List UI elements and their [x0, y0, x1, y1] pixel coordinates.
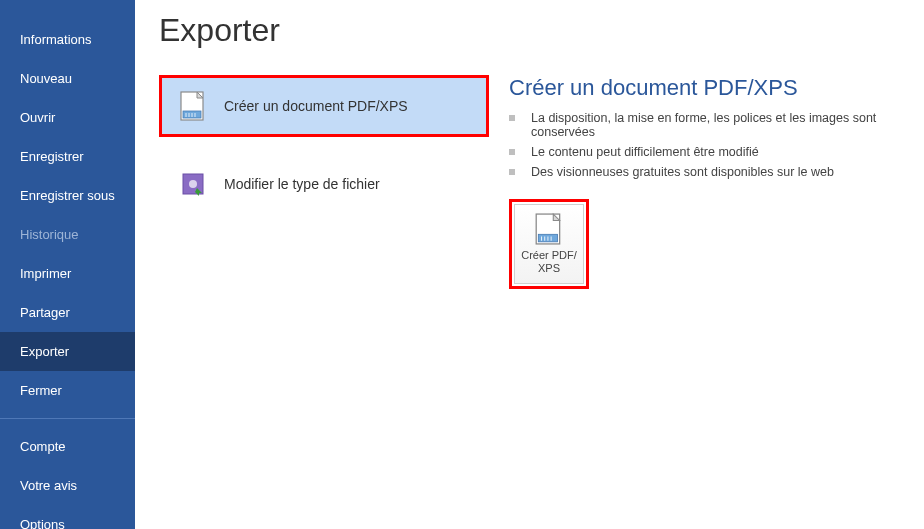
- sidebar-item-compte[interactable]: Compte: [0, 427, 135, 466]
- export-option-label: Créer un document PDF/XPS: [224, 98, 408, 114]
- export-option-change-file-type[interactable]: Modifier le type de fichier: [159, 153, 489, 215]
- create-pdf-xps-button-label: Créer PDF/ XPS: [521, 249, 577, 275]
- sidebar-item-informations[interactable]: Informations: [0, 20, 135, 59]
- sidebar-item-enregistrer[interactable]: Enregistrer: [0, 137, 135, 176]
- sidebar-item-partager[interactable]: Partager: [0, 293, 135, 332]
- sidebar-item-nouveau[interactable]: Nouveau: [0, 59, 135, 98]
- svg-point-8: [189, 180, 197, 188]
- backstage-sidebar: Informations Nouveau Ouvrir Enregistrer …: [0, 0, 135, 529]
- sidebar-item-historique: Historique: [0, 215, 135, 254]
- create-pdf-xps-button[interactable]: Créer PDF/ XPS: [514, 204, 584, 284]
- page-title: Exporter: [159, 12, 924, 49]
- export-option-label: Modifier le type de fichier: [224, 176, 380, 192]
- sidebar-item-exporter[interactable]: Exporter: [0, 332, 135, 371]
- pdf-xps-file-icon: [535, 213, 563, 245]
- sidebar-item-votre-avis[interactable]: Votre avis: [0, 466, 135, 505]
- pdf-xps-file-icon: [176, 91, 210, 121]
- detail-bullet: Le contenu peut difficilement être modif…: [509, 145, 924, 159]
- sidebar-item-enregistrer-sous[interactable]: Enregistrer sous: [0, 176, 135, 215]
- sidebar-item-fermer[interactable]: Fermer: [0, 371, 135, 410]
- detail-bullet: Des visionneuses gratuites sont disponib…: [509, 165, 924, 179]
- sidebar-separator: [0, 418, 135, 419]
- sidebar-item-ouvrir[interactable]: Ouvrir: [0, 98, 135, 137]
- detail-bullets: La disposition, la mise en forme, les po…: [509, 111, 924, 179]
- sidebar-bottom-group: Compte Votre avis Options: [0, 427, 135, 529]
- export-detail-column: Créer un document PDF/XPS La disposition…: [489, 75, 924, 289]
- columns: Créer un document PDF/XPS Modifier le ty…: [159, 75, 924, 289]
- sidebar-item-options[interactable]: Options: [0, 505, 135, 529]
- export-options-column: Créer un document PDF/XPS Modifier le ty…: [159, 75, 489, 289]
- export-option-create-pdf-xps[interactable]: Créer un document PDF/XPS: [159, 75, 489, 137]
- sidebar-top-group: Informations Nouveau Ouvrir Enregistrer …: [0, 0, 135, 410]
- detail-heading: Créer un document PDF/XPS: [509, 75, 924, 101]
- create-pdf-xps-button-highlight: Créer PDF/ XPS: [509, 199, 589, 289]
- change-file-type-icon: [176, 171, 210, 197]
- sidebar-item-imprimer[interactable]: Imprimer: [0, 254, 135, 293]
- main-content: Exporter: [135, 0, 924, 529]
- detail-bullet: La disposition, la mise en forme, les po…: [509, 111, 924, 139]
